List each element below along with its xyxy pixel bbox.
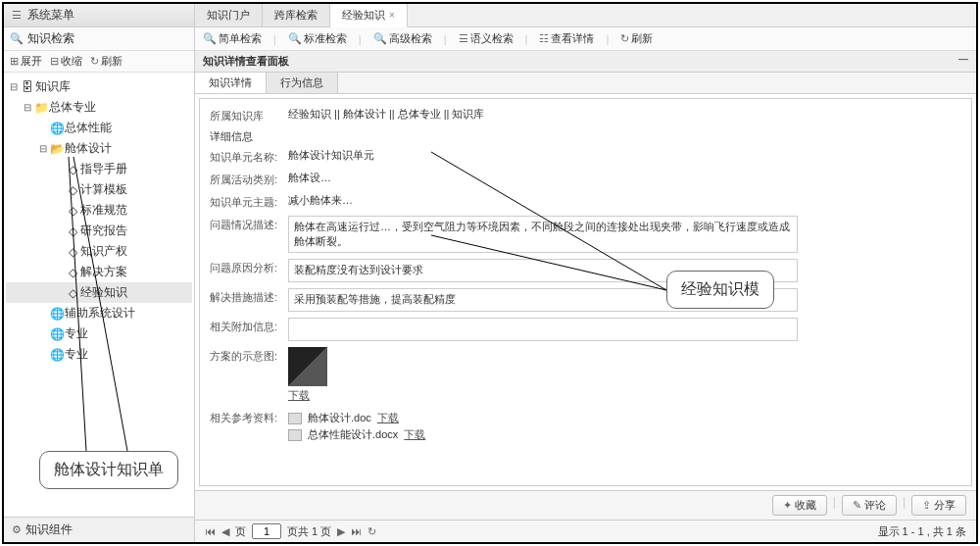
ref-download-link[interactable]: 下载 bbox=[404, 427, 425, 442]
view-detail-button[interactable]: ☷查看详情 bbox=[539, 31, 594, 46]
tree-node[interactable]: ◇研究报告 bbox=[6, 221, 192, 241]
search-icon: 🔍 bbox=[288, 32, 302, 45]
semantic-search-button[interactable]: ☰语义检索 bbox=[459, 31, 514, 46]
ref-row: 舱体设计.doc 下载 bbox=[288, 411, 961, 425]
toolbar-refresh-button[interactable]: ↻刷新 bbox=[620, 31, 653, 46]
search-label[interactable]: 知识检索 bbox=[27, 30, 74, 47]
page-input[interactable] bbox=[252, 523, 281, 539]
solution-value[interactable]: 采用预装配等措施，提高装配精度 bbox=[288, 288, 798, 312]
comment-icon: ✎ bbox=[853, 499, 861, 512]
solution-label: 解决措施描述: bbox=[210, 288, 288, 305]
minus-icon: ⊟ bbox=[50, 55, 59, 68]
content-area: 知识门户 跨库检索 经验知识× 🔍简单检索| 🔍标准检索| 🔍高级检索| ☰语义… bbox=[195, 4, 976, 542]
tree-node[interactable]: ⊟📁总体专业 bbox=[6, 97, 192, 118]
favorite-button[interactable]: ✦收藏 bbox=[772, 495, 827, 516]
sub-tab-detail[interactable]: 知识详情 bbox=[195, 73, 267, 93]
tree-node[interactable]: ◇指导手册 bbox=[6, 159, 192, 179]
comment-button[interactable]: ✎评论 bbox=[842, 495, 897, 516]
refresh-icon: ↻ bbox=[90, 55, 99, 68]
sidebar: ☰ 系统菜单 🔍 知识检索 ⊞展开 ⊟收缩 ↻刷新 ⊟ 🗄 知识库 ⊟📁总体专业… bbox=[4, 4, 195, 542]
advanced-search-button[interactable]: 🔍高级检索 bbox=[373, 31, 432, 46]
globe-icon: 🌐 bbox=[49, 327, 65, 341]
tree-node[interactable]: ◇解决方案 bbox=[6, 262, 192, 282]
detail-panel-title: 知识详情查看面板 — bbox=[195, 51, 976, 73]
problem-label: 问题情况描述: bbox=[210, 216, 288, 232]
folder-icon: 📁 bbox=[33, 101, 49, 115]
first-page-button[interactable]: ⏮ bbox=[205, 525, 216, 537]
expand-button[interactable]: ⊞展开 bbox=[10, 54, 42, 69]
sidebar-search-row: 🔍 知识检索 bbox=[4, 27, 194, 51]
list-icon: ☰ bbox=[459, 32, 468, 45]
diagram-download-link[interactable]: 下载 bbox=[288, 389, 310, 401]
ref-name: 舱体设计.doc bbox=[308, 411, 371, 425]
globe-icon: 🌐 bbox=[49, 307, 65, 321]
toggle-icon[interactable]: ⊟ bbox=[8, 81, 20, 92]
tree-node[interactable]: 🌐辅助系统设计 bbox=[6, 303, 192, 323]
tree-root[interactable]: ⊟ 🗄 知识库 bbox=[6, 76, 192, 97]
component-icon: ⚙ bbox=[12, 523, 22, 536]
knowledge-tree: ⊟ 🗄 知识库 ⊟📁总体专业 🌐总体性能 ⊟📂舱体设计 ◇指导手册 ◇计算模板 … bbox=[4, 73, 194, 517]
attach-label: 相关附加信息: bbox=[210, 318, 288, 334]
tree-node[interactable]: 🌐总体性能 bbox=[6, 118, 192, 138]
search-icon: 🔍 bbox=[203, 32, 217, 45]
star-icon: ✦ bbox=[783, 499, 792, 512]
toggle-icon[interactable]: ⊟ bbox=[22, 102, 33, 113]
last-page-button[interactable]: ⏭ bbox=[351, 525, 362, 537]
toggle-icon[interactable]: ⊟ bbox=[37, 143, 49, 154]
file-icon bbox=[288, 413, 302, 424]
share-button[interactable]: ⇪分享 bbox=[911, 495, 966, 516]
tree-node-selected[interactable]: ◇经验知识 bbox=[6, 282, 192, 303]
db-icon: 🗄 bbox=[20, 80, 35, 94]
page-label-post: 页共 1 页 bbox=[287, 524, 331, 539]
minimize-icon[interactable]: — bbox=[958, 54, 968, 69]
pager-status: 显示 1 - 1 , 共 1 条 bbox=[878, 524, 966, 539]
ref-download-link[interactable]: 下载 bbox=[377, 411, 399, 425]
refresh-button[interactable]: ↻刷新 bbox=[90, 54, 122, 69]
search-toolbar: 🔍简单检索| 🔍标准检索| 🔍高级检索| ☰语义检索| ☷查看详情| ↻刷新 bbox=[195, 27, 976, 51]
prev-page-button[interactable]: ◀ bbox=[221, 525, 229, 538]
kb-label: 所属知识库 bbox=[210, 107, 288, 124]
ref-name: 总体性能设计.docx bbox=[308, 427, 398, 442]
folder-open-icon: 📂 bbox=[49, 142, 65, 156]
doc-icon: ◇ bbox=[65, 286, 80, 300]
page-label-pre: 页 bbox=[235, 524, 246, 539]
close-icon[interactable]: × bbox=[389, 10, 395, 21]
activity-label: 所属活动类别: bbox=[210, 171, 288, 187]
share-icon: ⇪ bbox=[922, 499, 931, 512]
globe-icon: 🌐 bbox=[49, 348, 65, 362]
doc-icon: ◇ bbox=[65, 204, 80, 218]
pager-bar: ⏮ ◀ 页 页共 1 页 ▶ ⏭ ↻ 显示 1 - 1 , 共 1 条 bbox=[195, 520, 976, 542]
doc-icon: ◇ bbox=[65, 266, 80, 279]
tree-node[interactable]: ⊟📂舱体设计 bbox=[6, 138, 192, 159]
tree-node[interactable]: ◇计算模板 bbox=[6, 179, 192, 200]
activity-value: 舱体设… bbox=[288, 171, 961, 185]
tab-cross-search[interactable]: 跨库检索 bbox=[263, 4, 330, 26]
tab-experience[interactable]: 经验知识× bbox=[330, 4, 408, 27]
tree-node[interactable]: ◇标准规范 bbox=[6, 200, 192, 221]
tree-node[interactable]: 🌐专业 bbox=[6, 344, 192, 365]
pager-refresh-button[interactable]: ↻ bbox=[368, 525, 376, 538]
refresh-icon: ↻ bbox=[620, 32, 629, 45]
sidebar-title: 系统菜单 bbox=[27, 7, 74, 24]
action-bar: ✦收藏 | ✎评论 | ⇪分享 bbox=[195, 490, 976, 520]
file-icon bbox=[288, 429, 302, 441]
tree-node[interactable]: 🌐专业 bbox=[6, 323, 192, 344]
problem-value[interactable]: 舱体在高速运行过…，受到空气阻力等环境因素，不同舱段之间的连接处出现夹带，影响飞… bbox=[288, 216, 798, 253]
simple-search-button[interactable]: 🔍简单检索 bbox=[203, 31, 262, 46]
pager-controls: ⏮ ◀ 页 页共 1 页 ▶ ⏭ ↻ bbox=[205, 523, 376, 539]
sidebar-footer[interactable]: ⚙ 知识组件 bbox=[4, 517, 194, 542]
collapse-button[interactable]: ⊟收缩 bbox=[50, 54, 82, 69]
sidebar-header: ☰ 系统菜单 bbox=[4, 4, 194, 27]
sub-tab-behavior[interactable]: 行为信息 bbox=[267, 73, 338, 93]
standard-search-button[interactable]: 🔍标准检索 bbox=[288, 31, 347, 46]
attach-value[interactable] bbox=[288, 318, 798, 341]
diagram-thumbnail[interactable] bbox=[288, 347, 327, 386]
detail-icon: ☷ bbox=[539, 32, 549, 45]
sidebar-toolbar: ⊞展开 ⊟收缩 ↻刷新 bbox=[4, 51, 194, 73]
tree-node[interactable]: ◇知识产权 bbox=[6, 241, 192, 262]
ref-row: 总体性能设计.docx 下载 bbox=[288, 427, 961, 442]
next-page-button[interactable]: ▶ bbox=[337, 525, 345, 538]
tab-portal[interactable]: 知识门户 bbox=[195, 4, 263, 26]
cause-value[interactable]: 装配精度没有达到设计要求 bbox=[288, 259, 798, 282]
doc-icon: ◇ bbox=[65, 183, 80, 197]
